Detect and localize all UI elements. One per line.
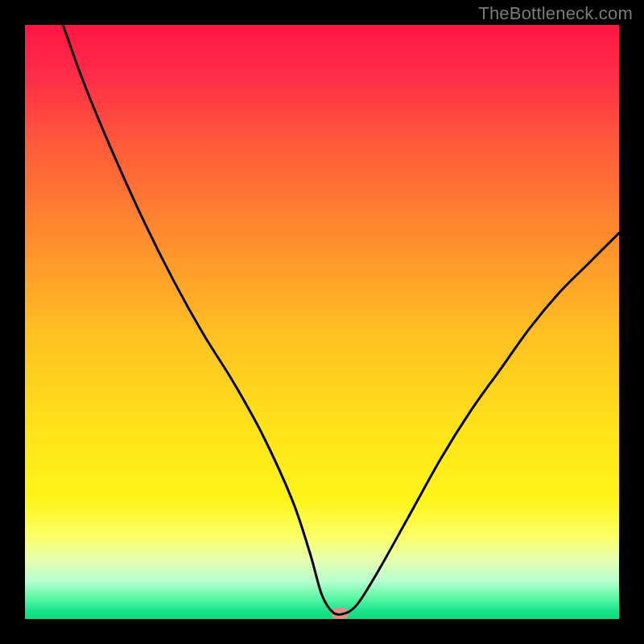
plot-area	[25, 25, 619, 619]
chart-frame: TheBottleneck.com	[0, 0, 644, 644]
watermark-text: TheBottleneck.com	[478, 3, 633, 24]
bottleneck-curve	[25, 25, 619, 619]
